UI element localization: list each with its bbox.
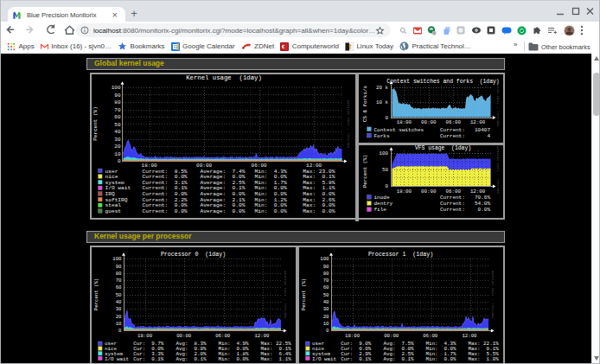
svg-text:2: 2 — [433, 31, 435, 35]
svg-text:31: 31 — [173, 44, 178, 48]
